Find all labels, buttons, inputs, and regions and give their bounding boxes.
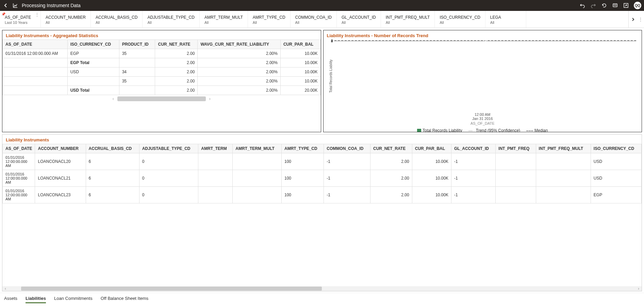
table-row[interactable]: 01/31/2016 12:00:00.000 AMLOANCONACL2360… [3,187,642,203]
filter-value: All [96,20,137,25]
table-row[interactable]: 01/31/2016 12:00:00.000 AMLOANCONACL2160… [3,170,642,187]
detail-horizontal-scroll[interactable]: ‹ › [2,286,642,291]
table-cell [119,86,155,95]
refresh-icon[interactable] [601,2,607,9]
scroll-right-icon[interactable]: › [206,96,214,101]
back-icon[interactable] [3,2,9,9]
table-cell [3,86,68,95]
filter-iso_currency_cd[interactable]: ISO_CURRENCY_CDAll [435,11,485,28]
filter-name: ADJUSTABLE_TYPE_CD [147,15,195,20]
detail-col-header[interactable]: GL_ACCOUNT_ID [451,144,495,153]
aggregated-stats-panel: Liability Instruments - Aggregated Stati… [2,30,321,132]
table-cell: 35 [119,49,155,58]
table-cell: USD [591,170,641,187]
export-icon[interactable] [623,2,629,9]
detail-col-header[interactable]: INT_PMT_FREQ [496,144,536,153]
detail-col-header[interactable]: ACCRUAL_BASIS_CD [86,144,139,153]
detail-col-header[interactable]: COMMON_COA_ID [324,144,370,153]
table-cell: 34 [119,67,155,77]
filter-value: All [253,20,285,25]
agg-col-header[interactable]: WAVG_CUR_NET_RATE_LIABILITY [198,40,281,49]
redo-icon[interactable] [590,2,596,9]
tab-liabilities[interactable]: Liabilities [26,296,46,303]
table-cell [233,187,282,203]
undo-icon[interactable] [579,2,585,9]
table-cell: 2.00% [198,77,281,86]
filter-as_of_date[interactable]: 📌⋮AS_OF_DATELast 10 Years [0,11,41,28]
bottom-tabs: Assets Liabilities Loan Commitments Off … [0,293,644,306]
detail-col-header[interactable]: ACCOUNT_NUMBER [35,144,86,153]
filter-account_number[interactable]: ACCOUNT_NUMBERAll [41,11,91,28]
filter-name: ISO_CURRENCY_CD [440,15,480,20]
agg-col-header[interactable]: PRODUCT_ID [119,40,155,49]
agg-col-header[interactable]: AS_OF_DATE [3,40,68,49]
table-row[interactable]: 01/31/2016 12:00:00.000 AMEGP352.002.00%… [3,49,321,58]
table-cell: -1 [324,153,370,170]
table-cell: 2.00 [155,67,198,77]
table-cell: 100 [282,170,324,187]
agg-col-header[interactable]: CUR_PAR_BAL [280,40,320,49]
chart-plot-area[interactable]: 011223343 [334,41,637,41]
aggregated-table[interactable]: AS_OF_DATEISO_CURRENCY_CDPRODUCT_IDCUR_N… [2,40,321,95]
table-row[interactable]: USD Total2.002.00%20.00K [3,86,321,95]
detail-col-header[interactable]: AMRT_TERM_MULT [233,144,282,153]
detail-col-header[interactable]: ISO_CURRENCY_CD [591,144,641,153]
table-row[interactable]: EGP Total2.002.00%10.00K [3,58,321,67]
filter-value: All [295,20,332,25]
table-row[interactable]: USD342.002.00%10.00K [3,67,321,77]
scroll-left-icon[interactable]: ‹ [109,96,117,101]
detail-table[interactable]: AS_OF_DATEACCOUNT_NUMBERACCRUAL_BASIS_CD… [2,144,642,203]
table-cell: 2.00% [198,49,281,58]
detail-col-header[interactable]: AS_OF_DATE [3,144,35,153]
tab-assets[interactable]: Assets [4,296,17,303]
table-cell: 10.00K [412,170,451,187]
filter-name: COMMON_COA_ID [295,15,332,20]
detail-col-header[interactable]: ADJUSTABLE_TYPE_CD [139,144,198,153]
table-cell [233,153,282,170]
page-title: Processing Instrument Data [22,3,81,8]
detail-col-header[interactable]: INT_PMT_FREQ_MULT [536,144,591,153]
agg-col-header[interactable]: ISO_CURRENCY_CD [67,40,119,49]
table-cell: 2.00 [155,77,198,86]
table-cell: -1 [451,187,495,203]
filter-lega[interactable]: LEGAAll [485,11,526,28]
filter-gl_account_id[interactable]: GL_ACCOUNT_IDAll [337,11,381,28]
filter-amrt_type_cd[interactable]: AMRT_TYPE_CDAll [248,11,291,28]
table-row[interactable]: 352.002.00%10.00K [3,77,321,86]
filter-common_coa_id[interactable]: COMMON_COA_IDAll [291,11,337,28]
filter-item-menu-icon[interactable]: ⋮ [35,12,39,17]
detail-col-header[interactable]: AMRT_TYPE_CD [282,144,324,153]
scroll-right-icon[interactable]: › [635,286,642,291]
tab-loan-commitments[interactable]: Loan Commitments [54,296,93,303]
table-cell: 2.00 [155,49,198,58]
table-cell: USD Total [67,86,119,95]
filter-name: ACCRUAL_BASIS_CD [96,15,137,20]
filter-amrt_term_mult[interactable]: AMRT_TERM_MULTAll [200,11,248,28]
table-cell: 2.00 [155,86,198,95]
scroll-left-icon[interactable]: ‹ [2,286,9,291]
table-cell: LOANCONACL20 [35,153,86,170]
filter-value: All [386,20,430,25]
table-row[interactable]: 01/31/2016 12:00:00.000 AMLOANCONACL2060… [3,153,642,170]
agg-panel-title: Liability Instruments - Aggregated Stati… [2,30,321,40]
notes-icon[interactable] [612,2,618,9]
detail-col-header[interactable]: CUR_PAR_BAL [412,144,451,153]
agg-col-header[interactable]: CUR_NET_RATE [155,40,198,49]
user-avatar[interactable]: QQ [634,2,641,9]
filter-name: ACCOUNT_NUMBER [46,15,86,20]
filter-scroll-right[interactable] [628,11,637,28]
agg-horizontal-scroll[interactable]: ‹ › [2,96,321,101]
filter-int_pmt_freq_mult[interactable]: INT_PMT_FREQ_MULTAll [381,11,435,28]
detail-col-header[interactable]: CUR_NET_RATE [370,144,412,153]
filter-accrual_basis_cd[interactable]: ACCRUAL_BASIS_CDAll [91,11,143,28]
table-cell: LOANCONACL21 [35,170,86,187]
table-cell: -1 [451,170,495,187]
filter-more-menu[interactable]: ⋮ [637,11,644,28]
table-cell: 20.00K [280,86,320,95]
tab-off-balance-sheet[interactable]: Off Balance Sheet Items [101,296,149,303]
detail-col-header[interactable]: AMRT_TERM [198,144,233,153]
table-cell: 2.00 [370,170,412,187]
table-cell: USD [67,67,119,77]
chart-y-axis-label: Total Records Liability [329,41,333,111]
filter-adjustable_type_cd[interactable]: ADJUSTABLE_TYPE_CDAll [143,11,200,28]
